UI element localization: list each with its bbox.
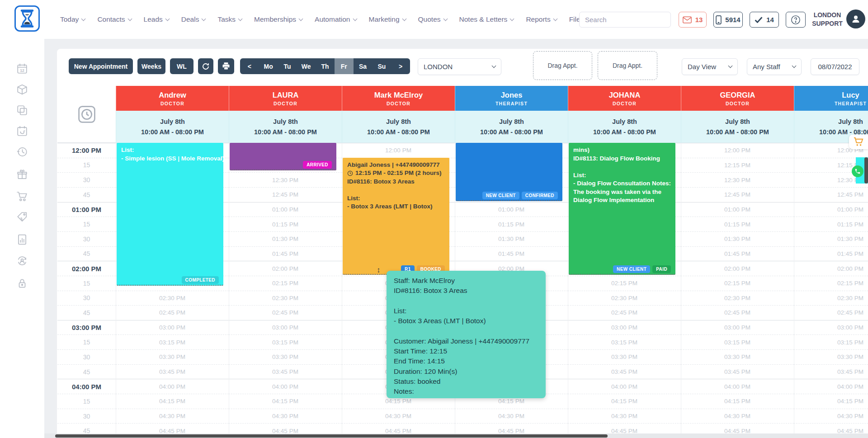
vertical-scrollbar-thumb[interactable] xyxy=(864,157,868,184)
time-slot-cell[interactable]: 03:00 PM xyxy=(681,320,794,335)
weeks-button[interactable]: Weeks xyxy=(137,58,165,74)
appointment-andrew[interactable]: List:- Simple lesion (SS | Mole Removal) xyxy=(117,143,223,286)
time-slot-cell[interactable]: 01:00 PM xyxy=(681,202,794,217)
day-button-next[interactable]: > xyxy=(391,58,410,74)
time-slot-cell[interactable]: 02:45 PM xyxy=(794,305,868,320)
cart-icon[interactable] xyxy=(16,191,28,204)
time-slot-cell[interactable]: 03:45 PM xyxy=(116,364,229,379)
appointment-mark-mcelroy[interactable]: Abigail Joness | +44749000977712:15 PM -… xyxy=(343,158,449,275)
time-slot-cell[interactable]: 01:45 PM xyxy=(794,246,868,261)
drag-appointment-slot-2[interactable]: Drag Appt. xyxy=(598,51,657,80)
time-slot-cell[interactable]: 01:45 PM xyxy=(455,246,568,261)
time-slot-cell[interactable]: 04:15 PM xyxy=(229,394,342,409)
time-slot-cell[interactable]: 03:45 PM xyxy=(568,364,681,379)
day-button-sa[interactable]: Sa xyxy=(354,58,373,74)
time-slot-cell[interactable]: 03:30 PM xyxy=(681,349,794,364)
time-slot-cell[interactable]: 01:15 PM xyxy=(681,217,794,231)
time-slot-cell[interactable]: 03:30 PM xyxy=(229,349,342,364)
report-icon[interactable] xyxy=(16,234,28,247)
time-slot-cell[interactable]: 03:30 PM xyxy=(116,349,229,364)
day-button-tu[interactable]: Tu xyxy=(278,58,297,74)
nav-item-notes-letters[interactable]: Notes & Letters xyxy=(459,15,514,24)
user-sync-icon[interactable] xyxy=(16,255,28,268)
nav-item-automation[interactable]: Automation xyxy=(315,15,356,24)
time-slot-cell[interactable]: 03:15 PM xyxy=(229,334,342,349)
time-slot-cell[interactable]: 04:30 PM xyxy=(229,409,342,424)
staff-column-header-georgia[interactable]: GEORGIADOCTOR xyxy=(681,86,794,111)
help-button[interactable] xyxy=(786,12,806,28)
calendar-date-icon[interactable]: 12 xyxy=(16,63,28,76)
time-slot-cell[interactable]: 03:45 PM xyxy=(229,364,342,379)
day-button-th[interactable]: Th xyxy=(316,58,335,74)
time-slot-cell[interactable]: 12:00 PM xyxy=(681,143,794,158)
time-slot-cell[interactable]: 01:15 PM xyxy=(229,217,342,231)
sms-button[interactable]: 5914 xyxy=(713,12,743,28)
time-slot-cell[interactable]: 03:30 PM xyxy=(794,349,868,364)
date-picker[interactable]: 08/07/2022 xyxy=(811,58,859,75)
user-avatar[interactable] xyxy=(846,9,865,28)
time-slot-cell[interactable]: 12:15 PM xyxy=(681,158,794,173)
time-slot-cell[interactable]: 02:30 PM xyxy=(568,291,681,306)
time-slot-cell[interactable]: 02:15 PM xyxy=(681,276,794,291)
whatsapp-floating-button[interactable] xyxy=(852,165,863,177)
duplicate-icon[interactable] xyxy=(16,104,28,118)
time-slot-cell[interactable]: 03:00 PM xyxy=(116,320,229,335)
day-button-we[interactable]: We xyxy=(297,58,316,74)
time-slot-cell[interactable]: 03:00 PM xyxy=(794,320,868,335)
time-slot-cell[interactable]: 03:45 PM xyxy=(794,364,868,379)
time-slot-cell[interactable]: 12:30 PM xyxy=(229,172,342,187)
history-icon[interactable] xyxy=(16,146,28,160)
nav-item-contacts[interactable]: Contacts xyxy=(97,15,131,24)
view-select[interactable]: Day View xyxy=(682,58,738,75)
time-slot-cell[interactable]: 12:30 PM xyxy=(681,172,794,187)
time-slot-cell[interactable]: 04:30 PM xyxy=(568,409,681,424)
time-slot-cell[interactable]: 01:45 PM xyxy=(229,246,342,261)
time-slot-cell[interactable]: 04:00 PM xyxy=(681,379,794,394)
time-slot-cell[interactable]: 12:45 PM xyxy=(794,187,868,202)
refresh-button[interactable] xyxy=(198,58,213,74)
time-slot-cell[interactable]: 01:00 PM xyxy=(229,202,342,217)
time-slot-cell[interactable]: 01:00 PM xyxy=(455,202,568,217)
time-slot-cell[interactable]: 03:00 PM xyxy=(229,320,342,335)
time-slot-cell[interactable]: 04:30 PM xyxy=(116,409,229,424)
horizontal-scrollbar-thumb[interactable] xyxy=(55,434,608,438)
staff-column-header-lucy[interactable]: LucyTHERAPIST xyxy=(794,86,868,111)
time-slot-cell[interactable]: 04:30 PM xyxy=(455,409,568,424)
time-slot-cell[interactable]: 12:00 PM xyxy=(342,143,455,158)
time-slot-cell[interactable]: 02:45 PM xyxy=(229,305,342,320)
app-logo[interactable] xyxy=(14,5,40,32)
lock-icon[interactable] xyxy=(16,278,28,291)
time-slot-cell[interactable]: 12:45 PM xyxy=(229,187,342,202)
time-slot-cell[interactable]: 01:45 PM xyxy=(681,246,794,261)
search-input[interactable] xyxy=(580,12,680,27)
package-icon[interactable] xyxy=(16,84,28,97)
time-slot-cell[interactable]: 01:00 PM xyxy=(794,202,868,217)
time-slot-cell[interactable]: 03:30 PM xyxy=(568,349,681,364)
time-slot-cell[interactable]: 04:00 PM xyxy=(568,379,681,394)
new-appointment-button[interactable]: New Appointment xyxy=(69,58,133,74)
time-slot-cell[interactable]: 01:15 PM xyxy=(794,217,868,231)
nav-item-leads[interactable]: Leads xyxy=(144,15,169,24)
time-slot-cell[interactable]: 12:45 PM xyxy=(681,187,794,202)
time-slot-cell[interactable]: 04:15 PM xyxy=(794,394,868,409)
nav-item-quotes[interactable]: Quotes xyxy=(418,15,447,24)
mail-notifications-button[interactable]: 13 xyxy=(679,12,707,28)
time-slot-cell[interactable]: 03:45 PM xyxy=(681,364,794,379)
print-button[interactable] xyxy=(218,58,234,74)
time-slot-cell[interactable]: 02:45 PM xyxy=(681,305,794,320)
time-slot-cell[interactable]: 04:30 PM xyxy=(794,409,868,424)
time-slot-cell[interactable]: 04:15 PM xyxy=(116,394,229,409)
time-slot-cell[interactable]: 02:30 PM xyxy=(681,291,794,306)
day-button-fr[interactable]: Fr xyxy=(335,58,354,74)
time-slot-cell[interactable]: 02:00 PM xyxy=(681,261,794,276)
gift-icon[interactable] xyxy=(16,169,28,182)
time-slot-cell[interactable]: 04:30 PM xyxy=(342,409,455,424)
time-slot-cell[interactable]: 02:45 PM xyxy=(568,305,681,320)
nav-item-tasks[interactable]: Tasks xyxy=(217,15,242,24)
time-slot-cell[interactable]: 03:00 PM xyxy=(568,320,681,335)
staff-filter-select[interactable]: Any Staff xyxy=(747,58,802,75)
calendar-sync-icon[interactable] xyxy=(16,125,28,139)
time-slot-cell[interactable]: 02:30 PM xyxy=(229,291,342,306)
time-slot-cell[interactable]: 02:15 PM xyxy=(794,276,868,291)
time-slot-cell[interactable]: 02:00 PM xyxy=(794,261,868,276)
